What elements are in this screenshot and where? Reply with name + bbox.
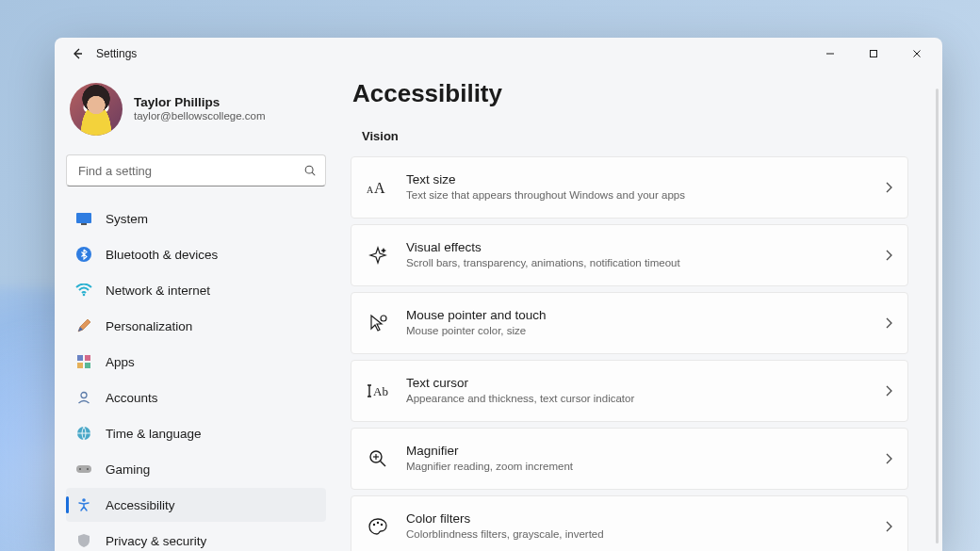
sidebar-item-label: Accessibility (106, 498, 175, 512)
sidebar-item-network[interactable]: Network & internet (66, 273, 326, 307)
maximize-button[interactable] (852, 38, 895, 70)
chevron-right-icon (885, 250, 892, 261)
cursor-icon (367, 312, 389, 334)
titlebar: Settings (55, 38, 942, 70)
card-title: Mouse pointer and touch (406, 307, 868, 324)
sidebar-item-system[interactable]: System (66, 202, 326, 235)
sidebar-item-label: System (106, 212, 148, 226)
palette-icon (367, 515, 389, 538)
chevron-right-icon (885, 182, 892, 193)
svg-rect-1 (871, 51, 877, 57)
profile-email: taylor@bellowscollege.com (134, 110, 266, 123)
sidebar-item-personalization[interactable]: Personalization (66, 309, 326, 343)
back-arrow-icon (71, 47, 84, 60)
card-desc: Text size that appears throughout Window… (406, 188, 868, 203)
sidebar-item-label: Bluetooth & devices (106, 248, 218, 262)
sidebar-item-label: Gaming (106, 462, 150, 477)
sparkle-icon (367, 244, 389, 267)
svg-text:A: A (374, 180, 385, 196)
svg-rect-11 (85, 363, 90, 368)
svg-text:A: A (367, 185, 374, 195)
system-icon (75, 210, 92, 227)
card-desc: Magnifier reading, zoom increment (406, 460, 868, 475)
chevron-right-icon (885, 453, 892, 464)
svg-rect-8 (77, 355, 83, 361)
magnifier-icon (367, 447, 389, 470)
profile-name: Taylor Phillips (134, 95, 266, 110)
sidebar-item-apps[interactable]: Apps (66, 345, 326, 379)
svg-line-3 (312, 172, 315, 175)
card-text-size[interactable]: AA Text size Text size that appears thro… (351, 156, 908, 219)
svg-point-20 (381, 316, 386, 321)
sidebar-item-accounts[interactable]: Accounts (66, 381, 326, 414)
sidebar-item-label: Time & language (106, 427, 202, 441)
text-size-icon: AA (367, 176, 389, 199)
svg-point-28 (377, 522, 379, 524)
search-icon (303, 164, 317, 177)
sidebar-item-label: Apps (106, 355, 135, 369)
minimize-button[interactable] (808, 38, 852, 70)
nav: System Bluetooth & devices Network & int… (66, 202, 326, 551)
gaming-icon (75, 461, 92, 478)
card-color-filters[interactable]: Color filters Colorblindness filters, gr… (351, 495, 908, 551)
search-input[interactable] (66, 154, 326, 186)
globe-icon (75, 425, 92, 442)
sidebar-item-label: Network & internet (106, 284, 210, 298)
svg-rect-9 (85, 355, 90, 361)
card-title: Visual effects (406, 239, 868, 256)
svg-rect-5 (81, 223, 87, 225)
sidebar-item-gaming[interactable]: Gaming (66, 452, 326, 486)
card-visual-effects[interactable]: Visual effects Scroll bars, transparency… (351, 224, 908, 286)
app-title: Settings (96, 47, 137, 60)
svg-point-7 (83, 294, 86, 297)
card-title: Magnifier (406, 443, 868, 460)
card-title: Text size (406, 171, 868, 188)
svg-point-12 (81, 393, 87, 398)
accessibility-icon (75, 496, 92, 513)
sidebar-item-accessibility[interactable]: Accessibility (66, 488, 326, 522)
sidebar-item-label: Accounts (106, 391, 158, 405)
card-desc: Scroll bars, transparency, animations, n… (406, 256, 868, 271)
section-title: Vision (362, 129, 920, 143)
close-icon (912, 49, 922, 58)
svg-point-29 (381, 524, 383, 526)
svg-rect-10 (77, 363, 83, 368)
sidebar-item-label: Privacy & security (106, 534, 206, 548)
apps-icon (75, 353, 92, 370)
card-title: Text cursor (406, 375, 868, 392)
svg-rect-14 (76, 465, 91, 473)
sidebar: Taylor Phillips taylor@bellowscollege.co… (55, 70, 337, 551)
svg-text:Ab: Ab (373, 384, 388, 398)
cards-list: AA Text size Text size that appears thro… (351, 156, 920, 551)
close-button[interactable] (895, 38, 939, 70)
svg-point-15 (79, 468, 81, 470)
chevron-right-icon (885, 317, 892, 329)
minimize-icon (825, 49, 835, 58)
svg-point-2 (305, 166, 313, 173)
svg-point-27 (373, 524, 375, 526)
card-magnifier[interactable]: Magnifier Magnifier reading, zoom increm… (351, 428, 908, 490)
sidebar-item-time-language[interactable]: Time & language (66, 416, 326, 450)
card-mouse-pointer[interactable]: Mouse pointer and touch Mouse pointer co… (351, 292, 908, 354)
sidebar-item-privacy[interactable]: Privacy & security (66, 524, 326, 551)
profile-block[interactable]: Taylor Phillips taylor@bellowscollege.co… (66, 75, 326, 151)
chevron-right-icon (885, 385, 892, 397)
settings-window: Settings Taylor Phillips taylor@bellowsc… (55, 38, 942, 551)
bluetooth-icon (75, 246, 92, 263)
sidebar-item-label: Personalization (106, 319, 192, 333)
search-container (66, 154, 326, 186)
card-desc: Appearance and thickness, text cursor in… (406, 392, 868, 407)
svg-point-16 (87, 468, 89, 470)
shield-icon (75, 532, 92, 549)
card-text-cursor[interactable]: Ab Text cursor Appearance and thickness,… (351, 360, 908, 422)
card-title: Color filters (406, 510, 868, 527)
svg-rect-4 (76, 213, 91, 223)
sidebar-item-bluetooth[interactable]: Bluetooth & devices (66, 237, 326, 271)
back-button[interactable] (58, 38, 96, 70)
svg-line-24 (381, 462, 386, 467)
paintbrush-icon (75, 317, 92, 334)
text-cursor-icon: Ab (367, 380, 389, 402)
wifi-icon (75, 282, 92, 299)
main-content: Accessibility Vision AA Text size Text s… (337, 70, 942, 551)
scrollbar[interactable] (936, 89, 939, 543)
